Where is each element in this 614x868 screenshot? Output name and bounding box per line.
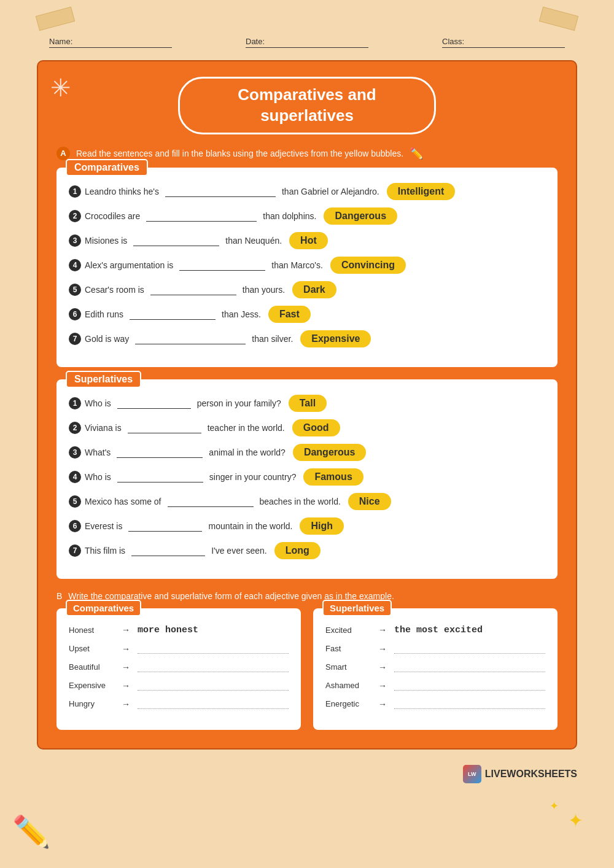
class-label: Class: — [442, 37, 464, 46]
item-text-after: mountain in the world. — [208, 521, 292, 531]
class-field: Class: — [442, 37, 565, 48]
item-text-after: beaches in the world. — [260, 497, 341, 506]
comparatives-col: Comparatives Honest→more honestUpset→Bea… — [56, 608, 301, 730]
col-word: Ashamed — [325, 681, 375, 690]
word-bubble: Dark — [292, 281, 336, 298]
item-text-before: Gold is way — [85, 334, 129, 344]
dotted-answer-line[interactable] — [138, 699, 289, 709]
blank-line[interactable] — [117, 447, 203, 458]
superlatives-col-label: Superlatives — [322, 600, 392, 616]
worksheet: ✳ Comparatives and superlatives A Read t… — [37, 60, 577, 750]
date-label: Date: — [246, 37, 265, 46]
example-text: more honest — [138, 625, 198, 635]
blank-line[interactable] — [117, 398, 191, 409]
superlatives-col: Superlatives Excited→the most excitedFas… — [313, 608, 558, 730]
item-text-after: animal in the world? — [209, 448, 286, 457]
item-text-before: Viviana is — [85, 423, 122, 433]
superlatives-item: 7This film isI've ever seen.Long — [69, 542, 545, 559]
blank-line[interactable] — [128, 422, 201, 433]
arrow-icon: → — [378, 644, 387, 654]
word-bubble: Long — [274, 542, 321, 559]
item-text-before: Who is — [85, 398, 111, 408]
item-text-after: teacher in the world. — [208, 423, 285, 433]
example-text: the most excited — [394, 625, 483, 635]
blank-line[interactable] — [168, 496, 254, 507]
item-text-after: than silver. — [252, 334, 293, 344]
superlatives-items-container: 1Who isperson in your family?Tall2Vivian… — [69, 395, 545, 559]
item-number: 5 — [69, 284, 81, 296]
two-col-layout: Comparatives Honest→more honestUpset→Bea… — [56, 608, 558, 730]
blank-line[interactable] — [135, 333, 246, 344]
comparatives-label: Comparatives — [66, 159, 148, 176]
col-word: Upset — [69, 644, 118, 653]
word-bubble: Convincing — [330, 257, 406, 274]
star-decoration-small: ✦ — [550, 799, 559, 813]
item-text-after: singer in your country? — [209, 472, 297, 482]
col-word: Honest — [69, 626, 118, 635]
date-field: Date: — [246, 37, 368, 48]
blank-line[interactable] — [117, 471, 203, 482]
dotted-answer-line[interactable] — [394, 662, 545, 672]
superlatives-item: 2Viviana isteacher in the world.Good — [69, 419, 545, 436]
section-a-instruction: A Read the sentences and fill in the bla… — [56, 147, 558, 160]
pencil-cup-icon: ✏️ — [12, 814, 50, 850]
comparatives-items-container: 1Leandro thinks he'sthan Gabriel or Alej… — [69, 183, 545, 347]
item-text-after: person in your family? — [197, 398, 281, 408]
comparatives-item: 1Leandro thinks he'sthan Gabriel or Alej… — [69, 183, 545, 200]
item-text-after: than Marco's. — [271, 260, 323, 270]
arrow-icon: → — [122, 625, 130, 635]
word-bubble: Nice — [348, 493, 391, 510]
dotted-answer-line[interactable] — [138, 644, 289, 654]
pencil-icon: ✏️ — [410, 147, 423, 160]
item-text-before: What's — [85, 448, 111, 457]
blank-line[interactable] — [150, 284, 236, 295]
dotted-answer-line[interactable] — [394, 699, 545, 709]
superlatives-section: Superlatives 1Who isperson in your famil… — [56, 379, 558, 579]
word-bubble: Hot — [289, 232, 328, 249]
item-text-before: Alex's argumentation is — [85, 260, 173, 270]
section-b-badge: B — [56, 591, 62, 601]
word-bubble: Tall — [289, 395, 327, 412]
item-number: 7 — [69, 544, 81, 557]
comparatives-item: 6Edith runsthan Jess.Fast — [69, 306, 545, 323]
super-col-items: Excited→the most excitedFast→Smart→Asham… — [325, 625, 545, 709]
item-number: 1 — [69, 185, 81, 198]
item-number: 4 — [69, 471, 81, 483]
item-text-before: Who is — [85, 472, 111, 482]
item-number: 6 — [69, 520, 81, 532]
dotted-answer-line[interactable] — [138, 681, 289, 691]
comparatives-item: 5Cesar's room isthan yours.Dark — [69, 281, 545, 298]
arrow-icon: → — [122, 644, 130, 654]
word-bubble: Good — [292, 419, 340, 436]
blank-line[interactable] — [130, 309, 216, 320]
arrow-icon: → — [378, 699, 387, 709]
comparatives-item: 2Crocodiles arethan dolphins.Dangerous — [69, 207, 545, 225]
word-bubble: Expensive — [300, 330, 371, 347]
col-item: Energetic→ — [325, 699, 545, 709]
col-item: Excited→the most excited — [325, 625, 545, 635]
blank-line[interactable] — [165, 186, 276, 197]
dotted-answer-line[interactable] — [394, 644, 545, 654]
word-bubble: Dangerous — [324, 207, 397, 225]
item-number: 2 — [69, 210, 81, 222]
word-bubble: Fast — [268, 306, 311, 323]
blank-line[interactable] — [179, 260, 265, 271]
item-number: 1 — [69, 397, 81, 409]
col-item: Ashamed→ — [325, 681, 545, 691]
word-bubble: Intelligent — [387, 183, 456, 200]
word-bubble: High — [300, 517, 344, 535]
snowflake-icon: ✳ — [50, 74, 71, 102]
dotted-answer-line[interactable] — [138, 662, 289, 672]
logo-icon: LW — [463, 765, 481, 783]
arrow-icon: → — [122, 681, 130, 691]
arrow-icon: → — [378, 681, 387, 691]
blank-line[interactable] — [128, 521, 202, 532]
blank-line[interactable] — [133, 235, 219, 246]
comp-col-items: Honest→more honestUpset→Beautiful→Expens… — [69, 625, 289, 709]
blank-line[interactable] — [131, 545, 205, 556]
blank-line[interactable] — [146, 211, 257, 222]
header-fields: Name: Date: Class: — [0, 0, 614, 54]
section-a-text: Read the sentences and fill in the blank… — [76, 149, 403, 158]
dotted-answer-line[interactable] — [394, 681, 545, 691]
item-text-after: than dolphins. — [263, 211, 316, 221]
